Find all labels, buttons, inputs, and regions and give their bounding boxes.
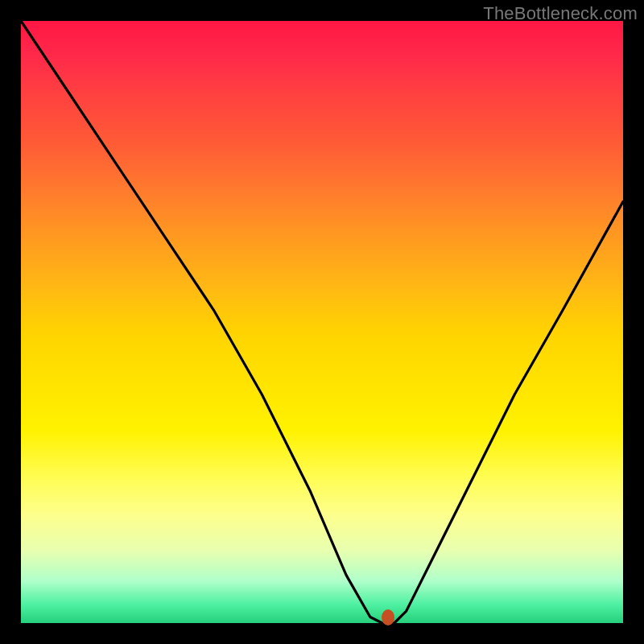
- watermark-text: TheBottleneck.com: [483, 3, 638, 24]
- minimum-marker: [382, 609, 394, 625]
- plot-area: [21, 21, 623, 623]
- chart-frame: TheBottleneck.com: [0, 0, 644, 644]
- bottleneck-curve: [21, 21, 623, 623]
